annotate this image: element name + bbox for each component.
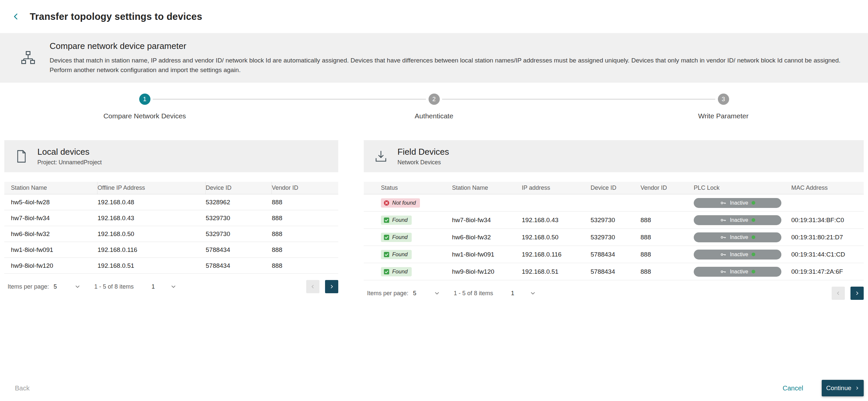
vendor-id-cell: 888 <box>641 251 694 258</box>
vendor-id-cell: 888 <box>272 246 338 253</box>
status-label: Not found <box>392 200 416 206</box>
chevron-right-icon <box>855 386 859 391</box>
offline-ip-cell: 192.168.0.116 <box>97 246 206 253</box>
cancel-button[interactable]: Cancel <box>783 384 803 392</box>
pagination-bar: Items per page: 5 1 - 5 of 8 items 1 <box>4 279 338 295</box>
ip-address-cell: 192.168.0.43 <box>522 217 591 224</box>
plc-lock-toggle[interactable]: Inactive <box>694 233 781 242</box>
station-name-cell: hw9-8iol-fw120 <box>452 268 522 275</box>
table-row[interactable]: Not found Inactive <box>364 194 864 212</box>
vendor-id-cell: 888 <box>272 199 338 206</box>
mac-address-cell: 00:19:31:80:21:D7 <box>791 234 864 241</box>
vendor-id-cell: 888 <box>272 230 338 238</box>
step-label: Compare Network Devices <box>103 112 186 120</box>
vendor-id-cell: 888 <box>272 262 338 270</box>
plc-lock-toggle[interactable]: Inactive <box>694 250 781 259</box>
device-id-cell: 5329730 <box>591 217 641 224</box>
items-per-page-select[interactable]: 5 <box>54 283 80 290</box>
status-label: Found <box>392 217 408 223</box>
plc-lock-label: Inactive <box>730 252 748 257</box>
table-row[interactable]: Found hw7-8iol-fw34 192.168.0.43 5329730… <box>364 212 864 229</box>
ip-address-cell: 192.168.0.50 <box>522 234 591 241</box>
chevron-down-icon <box>435 292 439 295</box>
offline-ip-cell: 192.168.0.51 <box>97 262 206 270</box>
continue-label: Continue <box>826 384 851 392</box>
back-button[interactable]: Back <box>15 384 29 392</box>
local-devices-panel: Local devices Project: UnnamedProject St… <box>4 140 338 301</box>
plc-lock-label: Inactive <box>730 235 748 240</box>
station-name-cell: hw7-8iol-fw34 <box>4 215 97 222</box>
plc-lock-label: Inactive <box>730 269 748 275</box>
items-per-page-label: Items per page: <box>367 290 408 297</box>
chevron-down-icon <box>171 285 176 288</box>
plc-lock-toggle[interactable]: Inactive <box>694 198 781 208</box>
step-compare-network-devices[interactable]: 1 Compare Network Devices <box>0 94 289 120</box>
back-icon[interactable] <box>9 9 23 24</box>
plc-lock-toggle[interactable]: Inactive <box>694 215 781 225</box>
local-devices-header: Local devices Project: UnnamedProject <box>4 140 338 172</box>
step-write-parameter[interactable]: 3 Write Parameter <box>579 94 868 120</box>
column-header-station-name: Station Name <box>4 182 97 194</box>
ip-address-cell: 192.168.0.116 <box>522 251 591 258</box>
table-row[interactable]: hw9-8iol-fw120 192.168.0.51 5788434 888 <box>4 258 338 274</box>
key-icon <box>720 200 726 206</box>
column-header-vendor-id: Vendor ID <box>272 182 338 194</box>
banner-title: Compare network device parameter <box>50 41 841 51</box>
device-id-cell: 5788434 <box>591 251 641 258</box>
next-page-button[interactable] <box>850 287 864 300</box>
status-dot <box>752 201 755 205</box>
next-page-button[interactable] <box>325 280 338 293</box>
table-row[interactable]: Found hw9-8iol-fw120 192.168.0.51 578843… <box>364 263 864 280</box>
previous-page-button[interactable] <box>832 287 845 300</box>
device-id-cell: 5329730 <box>206 230 272 238</box>
step-authenticate[interactable]: 2 Authenticate <box>289 94 579 120</box>
status-badge: Found <box>381 233 412 242</box>
column-header-ip-address: IP address <box>522 182 591 194</box>
key-icon <box>720 251 726 258</box>
status-badge: Found <box>381 250 412 259</box>
page-select[interactable]: 1 <box>151 283 176 290</box>
table-row[interactable]: hw5-4iol-fw28 192.168.0.48 5328962 888 <box>4 194 338 210</box>
station-name-cell: hw6-8iol-fw32 <box>452 234 522 241</box>
field-devices-panel: Field Devices Network Devices Status Sta… <box>364 140 864 301</box>
app-header: Transfer topology settings to devices <box>0 0 868 33</box>
table-row[interactable]: hw6-8iol-fw32 192.168.0.50 5329730 888 <box>4 226 338 242</box>
previous-page-button[interactable] <box>306 280 319 293</box>
continue-button[interactable]: Continue <box>822 380 864 396</box>
status-badge: Not found <box>381 198 420 208</box>
column-header-offline-ip: Offline IP Address <box>97 182 206 194</box>
panel-title: Field Devices <box>398 147 449 157</box>
info-banner: Compare network device parameter Devices… <box>0 33 868 83</box>
table-row[interactable]: Found hw1-8iol-fw091 192.168.0.116 57884… <box>364 246 864 263</box>
page-select[interactable]: 1 <box>511 290 535 297</box>
station-name-cell: hw6-8iol-fw32 <box>4 230 97 238</box>
key-icon <box>720 269 726 275</box>
table-row[interactable]: Found hw6-8iol-fw32 192.168.0.50 5329730… <box>364 229 864 246</box>
status-badge: Found <box>381 216 412 225</box>
plc-lock-label: Inactive <box>730 200 748 206</box>
device-id-cell: 5329730 <box>591 234 641 241</box>
panel-subtitle: Project: UnnamedProject <box>37 159 102 166</box>
plc-lock-toggle[interactable]: Inactive <box>694 267 781 277</box>
chevron-left-icon <box>836 290 841 296</box>
items-per-page-value: 5 <box>54 283 57 290</box>
column-header-vendor-id: Vendor ID <box>641 182 694 194</box>
station-name-cell: hw1-8iol-fw091 <box>452 251 522 258</box>
status-dot <box>752 235 755 239</box>
column-header-station-name: Station Name <box>452 182 522 194</box>
status-label: Found <box>392 234 408 240</box>
key-icon <box>720 217 726 223</box>
items-per-page-select[interactable]: 5 <box>413 290 439 297</box>
chevron-right-icon <box>855 290 860 296</box>
pagination-range: 1 - 5 of 8 items <box>94 283 133 290</box>
table-row[interactable]: hw7-8iol-fw34 192.168.0.43 5329730 888 <box>4 210 338 226</box>
pagination-range: 1 - 5 of 8 items <box>454 290 493 297</box>
table-header: Station Name Offline IP Address Device I… <box>4 182 338 194</box>
device-id-cell: 5788434 <box>206 262 272 270</box>
table-row[interactable]: hw1-8iol-fw091 192.168.0.116 5788434 888 <box>4 242 338 258</box>
vendor-id-cell: 888 <box>641 234 694 241</box>
device-id-cell: 5788434 <box>591 268 641 275</box>
step-number: 1 <box>139 94 151 105</box>
station-name-cell: hw7-8iol-fw34 <box>452 217 522 224</box>
vendor-id-cell: 888 <box>272 215 338 222</box>
